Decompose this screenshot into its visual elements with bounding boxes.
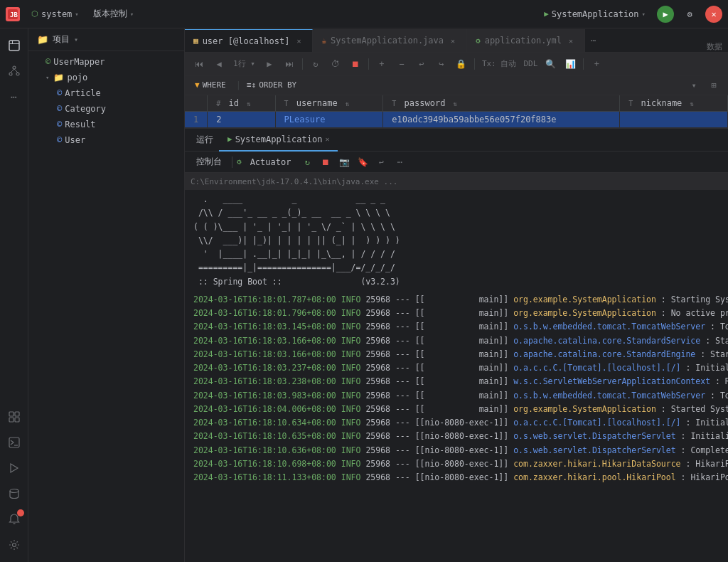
tab-close-button[interactable]: ✕ (448, 36, 458, 46)
redo-button[interactable]: ↪ (433, 55, 450, 73)
activity-database[interactable] (3, 482, 26, 505)
app-logo: JB (6, 7, 20, 21)
restart-button[interactable]: ↻ (299, 154, 315, 170)
tab-close-button[interactable]: ✕ (566, 36, 576, 46)
tab-user[interactable]: ▦ user [@localhost] ✕ (185, 29, 313, 52)
tree-item-label: UserMapper (53, 57, 105, 67)
nav-prev-button[interactable]: ◀ (210, 55, 228, 73)
stop-button[interactable]: ⏹ (347, 55, 364, 73)
col-id[interactable]: # id ⇅ (208, 95, 275, 112)
col-password[interactable]: T password ⇅ (383, 95, 620, 112)
tree-item-user[interactable]: © User (28, 132, 184, 148)
run-tab-systemapp[interactable]: ▶ SystemApplication ✕ (219, 129, 338, 152)
col-type-icon: # (216, 100, 220, 107)
close-button[interactable]: ✕ (705, 6, 722, 23)
bookmark-button[interactable]: 🔖 (355, 154, 370, 170)
activity-run[interactable] (3, 457, 26, 479)
ddl-button[interactable]: DDL (522, 55, 539, 73)
app-name[interactable]: ▶ SystemApplication ▾ (538, 6, 651, 22)
scroll-button[interactable]: ↩ (373, 154, 389, 170)
lock-button[interactable]: 🔒 (453, 55, 470, 73)
add-column-button[interactable]: + (588, 55, 605, 73)
tree-item-label: Article (65, 88, 101, 98)
menu-bar: ⬡ system ▾ 版本控制 ▾ (26, 5, 139, 23)
cell-password[interactable]: e10adc3949ba59abbe56e057f20f883e (383, 112, 620, 128)
notification-badge (17, 509, 24, 516)
tree-item-label: User (65, 135, 85, 145)
timer-button[interactable]: ⏱ (327, 55, 344, 73)
tab-systemapplication[interactable]: ☕ SystemApplication.java ✕ (313, 29, 467, 52)
tree-item-pojo[interactable]: ▾ 📁 pojo (28, 70, 184, 85)
refresh-button[interactable]: ↻ (307, 55, 324, 73)
table-row[interactable]: 1 2 PLeasure e10adc3949ba59abbe56e057f20… (185, 112, 728, 128)
svg-text:JB: JB (10, 11, 18, 18)
remove-row-button[interactable]: − (393, 55, 410, 73)
activity-structure[interactable] (3, 60, 26, 83)
svg-rect-2 (9, 41, 19, 51)
cell-id[interactable]: 2 (208, 112, 275, 128)
cell-nickname[interactable] (620, 112, 728, 128)
console-output[interactable]: . ____ _ __ _ _ /\\ / ___'_ __ _ _(_)_ _… (185, 190, 728, 562)
activity-terminal[interactable] (3, 431, 26, 454)
tx-label: Tx: 自动 (479, 58, 520, 69)
menu-system[interactable]: ⬡ system ▾ (26, 6, 85, 22)
row-indicator[interactable]: 1行 ▾ (230, 58, 258, 69)
col-nickname[interactable]: T nickname ⇅ (620, 95, 728, 112)
panel-header: 📁 项目 ▾ (28, 28, 184, 51)
class-icon: © (57, 120, 62, 129)
log-entry: 2024-03-16T16:18:10.636+08:00 INFO 25968… (185, 444, 728, 457)
col-username[interactable]: T username ⇅ (275, 95, 383, 112)
run-tabs: 运行 ▶ SystemApplication ✕ (185, 129, 728, 152)
tree-item-category[interactable]: © Category (28, 101, 184, 117)
col-header: password (405, 98, 446, 108)
chart-icon[interactable]: 📊 (562, 55, 579, 73)
undo-button[interactable]: ↩ (413, 55, 430, 73)
tab-close-button[interactable]: ✕ (294, 36, 304, 46)
screenshot-button[interactable]: 📷 (336, 154, 352, 170)
menu-version-control[interactable]: 版本控制 ▾ (87, 5, 139, 23)
stop-button[interactable]: ⏹ (318, 154, 333, 170)
search-icon[interactable]: 🔍 (542, 55, 559, 73)
cell-username[interactable]: PLeasure (275, 112, 383, 128)
tab-label: application.yml (485, 36, 562, 46)
tab-more-button[interactable]: ⋯ (585, 29, 601, 52)
nav-first-button[interactable]: ⏮ (191, 55, 208, 73)
filter-collapse-button[interactable]: ▾ (685, 77, 702, 94)
filter-bar: ▼ WHERE | ≡↕ ORDER BY ▾ ⊞ (185, 75, 728, 95)
right-content: ▦ user [@localhost] ✕ ☕ SystemApplicatio… (185, 28, 728, 562)
svg-marker-16 (11, 464, 18, 472)
more-button[interactable]: ⋯ (392, 154, 407, 170)
console-tab-label[interactable]: 控制台 (191, 156, 228, 168)
svg-rect-10 (9, 412, 14, 416)
activity-project[interactable] (3, 34, 26, 57)
run-button[interactable]: ▶ (657, 6, 674, 23)
tree-item-article[interactable]: © Article (28, 85, 184, 101)
tree-item-usermapper[interactable]: © UserMapper (28, 54, 184, 70)
add-row-button[interactable]: + (373, 55, 390, 73)
chevron-icon: ▾ (130, 11, 134, 18)
activity-more[interactable]: ⋯ (3, 85, 26, 108)
run-tab-close[interactable]: ✕ (325, 135, 329, 143)
filter-expand-button[interactable]: ⊞ (705, 77, 722, 94)
actuator-tab-label[interactable]: Actuator (245, 157, 297, 167)
log-entry: 2024-03-16T16:18:10.698+08:00 INFO 25968… (185, 457, 728, 471)
svg-rect-3 (9, 43, 19, 44)
tab-applicationyml[interactable]: ⚙ application.yml ✕ (467, 29, 585, 52)
where-label: WHERE (203, 80, 226, 90)
nav-last-button[interactable]: ⏭ (281, 55, 298, 73)
activity-notifications[interactable] (3, 508, 26, 531)
spring-banner-line-7: :: Spring Boot :: (v3.2.3) (185, 275, 728, 289)
title-bar: JB ⬡ system ▾ 版本控制 ▾ ▶ SystemApplication… (0, 0, 728, 28)
orderby-button[interactable]: ≡↕ ORDER BY (247, 80, 296, 90)
activity-plugins[interactable] (3, 405, 26, 428)
svg-line-9 (14, 69, 18, 73)
panel-header-arrow: ▾ (74, 36, 78, 43)
table-icon: ▦ (193, 36, 198, 46)
nav-next-button[interactable]: ▶ (261, 55, 278, 73)
tree-item-result[interactable]: © Result (28, 117, 184, 132)
svg-point-6 (9, 73, 12, 75)
activity-settings[interactable] (3, 534, 26, 556)
expand-arrow: ▾ (46, 74, 49, 81)
where-filter-button[interactable]: ▼ WHERE (191, 79, 230, 91)
gear-button[interactable]: ⚙ (680, 4, 700, 24)
